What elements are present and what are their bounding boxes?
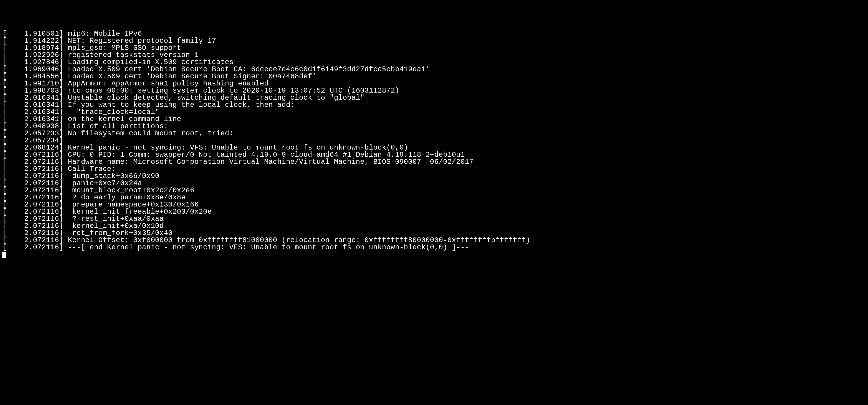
log-line: [ 2.016341] Unstable clock detected, swi… [2,94,866,101]
log-line: [ 1.918974] mpls_gso: MPLS GSO support [2,44,866,52]
log-line: [ 2.072116] ret_from_fork+0x35/0x40 [2,230,866,237]
log-line: [ 1.922926] registered taskstats version… [2,52,866,59]
log-line: [ 2.057233] No filesystem could mount ro… [2,130,866,137]
terminal-output: [ 1.910501] mip6: Mobile IPv6[ 1.914222]… [2,30,866,258]
log-line: [ 1.998703] rtc_cmos 00:00: setting syst… [2,87,866,94]
log-line: [ 1.927846] Loading compiled-in X.509 ce… [2,59,866,66]
log-line: [ 2.072116] ---[ end Kernel panic - not … [2,244,866,251]
log-line: [ 2.072116] panic+0xe7/0x24a [2,180,866,187]
log-line: [ 2.072116] dump_stack+0x66/0x90 [2,173,866,180]
log-line: [ 1.910501] mip6: Mobile IPv6 [2,30,866,37]
log-line: [ 2.072116] Kernel Offset: 0xf000000 fro… [2,237,866,244]
log-line: [ 2.072116] prepare_namespace+0x130/0x16… [2,201,866,208]
log-line: [ 1.914222] NET: Registered protocol fam… [2,37,866,44]
log-line: [ 2.068124] Kernel panic - not syncing: … [2,144,866,151]
cursor [2,252,6,258]
cursor-line [2,251,866,258]
log-line: [ 2.072116] CPU: 0 PID: 1 Comm: swapper/… [2,151,866,158]
log-line: [ 2.072116] ? rest_init+0xaa/0xaa [2,215,866,222]
log-line: [ 2.072116] ? do_early_param+0x8e/0x8e [2,194,866,201]
log-line: [ 2.072116] Call Trace: [2,165,866,173]
log-line: [ 1.991710] AppArmor: AppArmor sha1 poli… [2,80,866,87]
log-line: [ 2.016341] on the kernel command line [2,116,866,123]
log-line: [ 1.969046] Loaded X.509 cert 'Debian Se… [2,66,866,73]
log-line: [ 2.072116] Hardware name: Microsoft Cor… [2,158,866,165]
log-line: [ 2.016341] If you want to keep using th… [2,101,866,108]
log-line: [ 2.057234] [2,137,866,144]
log-line: [ 2.072116] kernel_init_freeable+0x203/0… [2,208,866,215]
log-line: [ 2.016341] "trace_clock=local" [2,108,866,116]
log-line: [ 2.072116] kernel_init+0xa/0x10d [2,222,866,230]
log-line: [ 2.072116] mount_block_root+0x2c2/0x2e6 [2,187,866,194]
log-line: [ 1.984556] Loaded X.509 cert 'Debian Se… [2,73,866,80]
log-line: [ 2.048938] List of all partitions: [2,123,866,130]
